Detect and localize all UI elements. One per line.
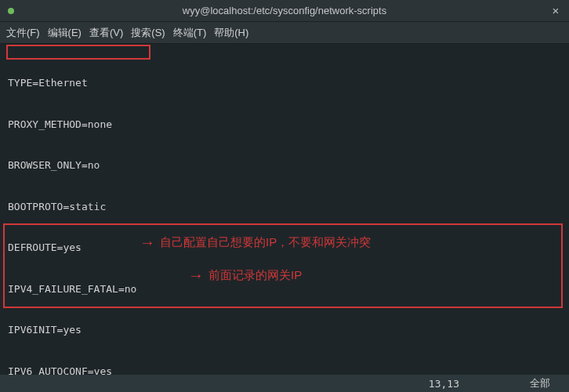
config-line: BOOTPROTO=static bbox=[8, 200, 561, 214]
config-line: BROWSER_ONLY=no bbox=[8, 158, 561, 172]
menu-help[interactable]: 帮助(H) bbox=[214, 26, 248, 40]
config-line: IPV6INIT=yes bbox=[8, 323, 561, 337]
menu-file[interactable]: 文件(F) bbox=[6, 26, 40, 40]
window-title: wyy@localhost:/etc/sysconfig/network-scr… bbox=[183, 5, 386, 16]
close-icon: × bbox=[553, 4, 560, 17]
menu-search[interactable]: 搜索(S) bbox=[131, 26, 165, 40]
terminal-area[interactable]: TYPE=Ethernet PROXY_METHOD=none BROWSER_… bbox=[0, 44, 569, 375]
config-line: DEFROUTE=yes bbox=[8, 241, 561, 255]
config-line: TYPE=Ethernet bbox=[8, 76, 561, 90]
window-titlebar: wyy@localhost:/etc/sysconfig/network-scr… bbox=[0, 0, 569, 22]
status-dot-icon bbox=[8, 8, 14, 14]
cursor-position: 13,13 bbox=[429, 378, 459, 390]
close-button[interactable]: × bbox=[549, 3, 563, 17]
config-line: PROXY_METHOD=none bbox=[8, 118, 561, 132]
menu-terminal[interactable]: 终端(T) bbox=[173, 26, 207, 40]
config-line: IPV4_FAILURE_FATAL=no bbox=[8, 282, 561, 296]
scroll-position: 全部 bbox=[530, 376, 550, 390]
vim-statusbar: 13,13 全部 bbox=[0, 375, 569, 392]
menu-view[interactable]: 查看(V) bbox=[89, 26, 123, 40]
menu-edit[interactable]: 编辑(E) bbox=[48, 26, 82, 40]
menubar: 文件(F) 编辑(E) 查看(V) 搜索(S) 终端(T) 帮助(H) bbox=[0, 22, 569, 44]
